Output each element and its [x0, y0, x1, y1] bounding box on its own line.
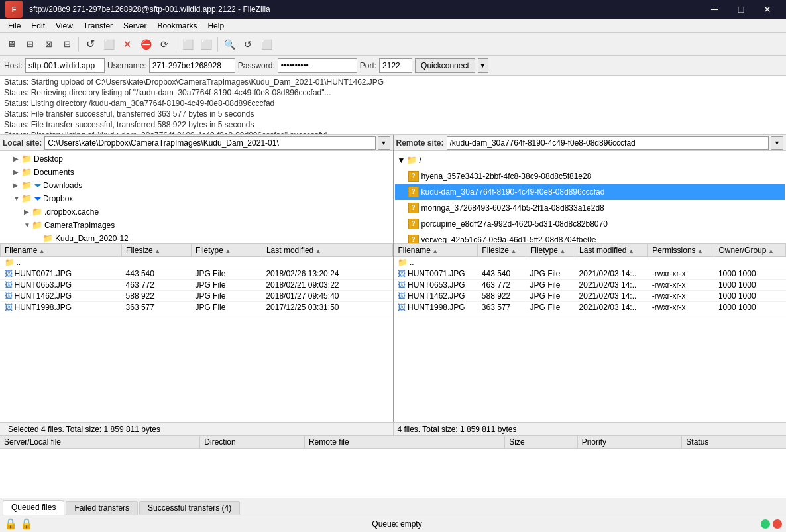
remote-site-path[interactable] — [447, 136, 769, 150]
local-col-filetype[interactable]: Filetype — [191, 244, 262, 257]
remote-tree-kudu[interactable]: ? kudu-dam_30a7764f-8190-4c49-f0e8-08d89… — [395, 184, 785, 200]
compare-button[interactable]: ⬜ — [197, 36, 215, 53]
tab-queued-files[interactable]: Queued files — [3, 500, 64, 515]
remote-site-dropdown[interactable]: ▼ — [771, 136, 783, 150]
remote-file-perms: -rwxr-xr-x — [648, 268, 714, 280]
remote-col-modified[interactable]: Last modified — [575, 244, 648, 257]
local-file-row[interactable]: 🖼HUNT0653.JPG 463 772 JPG File 2018/02/2… — [1, 280, 393, 291]
tab-failed-transfers[interactable]: Failed transfers — [66, 501, 138, 515]
local-status: Selected 4 files. Total size: 1 859 811 … — [4, 423, 394, 436]
local-file-type — [191, 257, 262, 268]
menu-file[interactable]: File — [3, 20, 26, 32]
tree-item-dropbox[interactable]: ▼ 📁 Dropbox — [1, 192, 392, 205]
menu-server[interactable]: Server — [118, 20, 152, 32]
remote-col-filename[interactable]: Filename — [394, 244, 478, 257]
remote-tree-root[interactable]: ▼ 📁 / — [395, 152, 785, 168]
maximize-button[interactable]: □ — [728, 0, 754, 19]
remote-file-row[interactable]: 📁.. — [394, 257, 786, 268]
local-file-row[interactable]: 📁.. — [1, 257, 393, 268]
status-line-5: Status: File transfer successful, transf… — [4, 119, 782, 130]
remote-col-filesize[interactable]: Filesize — [478, 244, 526, 257]
quickconnect-button[interactable]: Quickconnect — [415, 58, 475, 73]
process-queue-button[interactable]: ⬜ — [100, 36, 117, 53]
local-col-modified[interactable]: Last modified — [262, 244, 392, 257]
transfer-col-status: Status — [682, 436, 786, 448]
local-file-row[interactable]: 🖼HUNT1998.JPG 363 577 JPG File 2017/12/2… — [1, 302, 393, 313]
tree-item-kudu2020[interactable]: 📁 Kudu_Dam_2020-12 — [1, 232, 392, 244]
remote-status: 4 files. Total size: 1 859 811 bytes — [394, 423, 783, 436]
remote-tree-verweg[interactable]: ? verweg_42a51c67-0e9a-46d1-5ff2-08d8704… — [395, 232, 785, 244]
menu-transfer[interactable]: Transfer — [78, 20, 118, 32]
remote-status-text: 4 files. Total size: 1 859 811 bytes — [398, 425, 517, 434]
reconnect2-button[interactable]: ⟳ — [156, 36, 173, 53]
local-file-type: JPG File — [191, 268, 262, 280]
site-manager-button[interactable]: 🖥 — [3, 36, 20, 53]
local-site-dropdown[interactable]: ▼ — [378, 136, 390, 150]
host-input[interactable] — [25, 58, 105, 73]
queue-status: Queue: empty — [372, 519, 421, 529]
question-icon-4: ? — [408, 219, 419, 229]
remote-file-row[interactable]: 🖼HUNT1998.JPG 363 577 JPG File 2021/02/0… — [394, 302, 786, 313]
menu-help[interactable]: Help — [202, 20, 229, 32]
disconnect-button[interactable]: ⛔ — [137, 36, 154, 53]
local-panel: Local site: ▼ ▶ 📁 Desktop ▶ 📁 Documents … — [0, 135, 394, 422]
remote-file-perms: -rwxr-xr-x — [648, 302, 714, 313]
remote-tree-porcupine[interactable]: ? porcupine_e8dff27a-992d-4620-5d31-08d8… — [395, 216, 785, 232]
close-button[interactable]: ✕ — [754, 0, 781, 19]
tab-successful-transfers[interactable]: Successful transfers (4) — [139, 501, 240, 515]
remote-file-table: Filename Filesize Filetype Last modified… — [394, 244, 787, 313]
search-button[interactable]: 🔍 — [221, 36, 238, 53]
tree-item-cameratrap[interactable]: ▼ 📁 CameraTrapImages — [1, 219, 392, 232]
remote-tree[interactable]: ▼ 📁 / ? hyena_357e3431-2bbf-4fc8-38c9-08… — [394, 151, 787, 244]
local-col-filesize[interactable]: Filesize — [122, 244, 192, 257]
window-title: sftp://208c9 271-297be1268928@sftp-001.w… — [29, 5, 270, 14]
remote-panel: Remote site: ▼ ▼ 📁 / ? hyena_357e3431-2b… — [394, 135, 787, 422]
remote-file-row[interactable]: 🖼HUNT0071.JPG 443 540 JPG File 2021/02/0… — [394, 268, 786, 280]
minimize-button[interactable]: ─ — [701, 0, 728, 19]
network-config-button[interactable]: ↺ — [239, 36, 256, 53]
remote-file-row[interactable]: 🖼HUNT0653.JPG 463 772 JPG File 2021/02/0… — [394, 280, 786, 291]
local-col-filename[interactable]: Filename — [1, 244, 122, 257]
remote-tree-moringa[interactable]: ? moringa_37268493-6023-44b5-2f1a-08d833… — [395, 200, 785, 216]
remote-file-list[interactable]: Filename Filesize Filetype Last modified… — [394, 244, 787, 422]
remote-file-type: JPG File — [526, 280, 575, 291]
separator-1 — [78, 37, 79, 52]
local-file-list[interactable]: Filename Filesize Filetype Last modified… — [0, 244, 393, 422]
close-tab-button[interactable]: ⊠ — [40, 36, 57, 53]
remote-col-filetype[interactable]: Filetype — [526, 244, 575, 257]
local-file-type: JPG File — [191, 291, 262, 302]
remote-file-size: 363 577 — [478, 302, 526, 313]
local-file-modified: 2017/12/25 03:31:50 — [262, 302, 392, 313]
password-input[interactable] — [278, 58, 357, 73]
refresh-button[interactable]: ↺ — [82, 36, 99, 53]
reconnect-button[interactable]: ⊟ — [58, 36, 76, 53]
port-input[interactable] — [379, 58, 412, 73]
remote-file-row[interactable]: 🖼HUNT1462.JPG 588 922 JPG File 2021/02/0… — [394, 291, 786, 302]
remote-tree-hyena[interactable]: ? hyena_357e3431-2bbf-4fc8-38c9-08d8c5f8… — [395, 168, 785, 184]
username-input[interactable] — [149, 58, 235, 73]
remote-col-perms[interactable]: Permissions — [648, 244, 714, 257]
local-file-type: JPG File — [191, 280, 262, 291]
tree-item-dropbox-cache[interactable]: ▶ 📁 .dropbox.cache — [1, 205, 392, 219]
quickconnect-dropdown[interactable]: ▼ — [478, 58, 488, 73]
menu-edit[interactable]: Edit — [26, 20, 50, 32]
bottom-bar: 🔒 🔒 Queue: empty — [0, 515, 786, 532]
local-site-path[interactable] — [44, 136, 375, 150]
new-tab-button[interactable]: ⊞ — [21, 36, 38, 53]
transfer-col-priority: Priority — [578, 436, 683, 448]
local-file-row[interactable]: 🖼HUNT0071.JPG 443 540 JPG File 2018/02/2… — [1, 268, 393, 280]
sync-button[interactable]: ⬜ — [179, 36, 196, 53]
tree-item-downloads[interactable]: ▶ 📁 Downloads — [1, 179, 392, 192]
local-tree[interactable]: ▶ 📁 Desktop ▶ 📁 Documents ▶ 📁 Downloads — [0, 151, 393, 244]
speed-limit-button[interactable]: ⬜ — [258, 36, 275, 53]
port-label: Port: — [360, 61, 376, 70]
menu-bookmarks[interactable]: Bookmarks — [152, 20, 202, 32]
remote-file-type — [526, 257, 575, 268]
menu-view[interactable]: View — [50, 20, 78, 32]
tree-item-documents[interactable]: ▶ 📁 Documents — [1, 166, 392, 179]
remote-col-owner[interactable]: Owner/Group — [714, 244, 786, 257]
file-status-bar: Selected 4 files. Total size: 1 859 811 … — [0, 422, 786, 435]
tree-item-desktop[interactable]: ▶ 📁 Desktop — [1, 152, 392, 166]
local-file-row[interactable]: 🖼HUNT1462.JPG 588 922 JPG File 2018/01/2… — [1, 291, 393, 302]
cancel-button[interactable]: ✕ — [119, 36, 136, 53]
